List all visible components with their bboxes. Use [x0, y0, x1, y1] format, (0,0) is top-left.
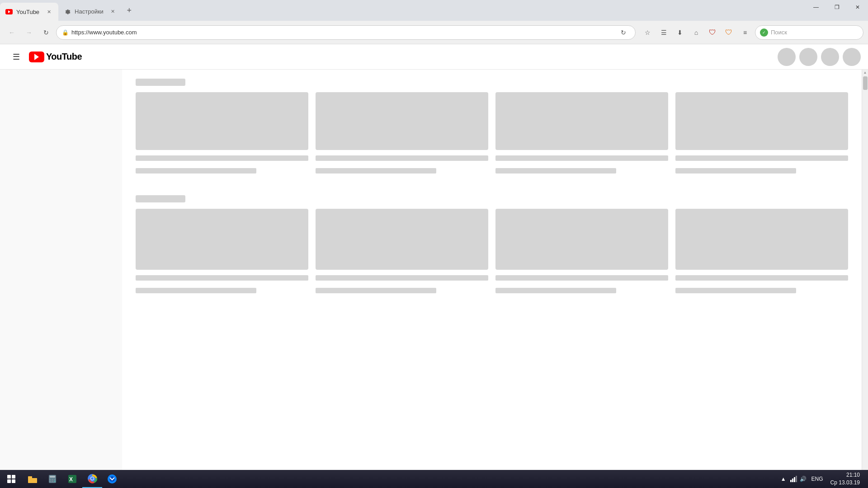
taskbar-app5[interactable]: [102, 470, 122, 488]
avatar-4[interactable]: [843, 48, 861, 66]
svg-text:X: X: [69, 476, 73, 483]
text-1b-3: [495, 168, 616, 174]
lock-icon: 🔒: [62, 29, 69, 36]
video-thumb-1-1[interactable]: [136, 92, 308, 150]
shield-red-icon[interactable]: 🛡: [705, 25, 720, 40]
text-row-grid-1a: [136, 155, 848, 161]
taskbar-right: ▲ 🔊 ENG 21:10 Ср 13.03.19: [779, 471, 868, 487]
video-thumb-2-1[interactable]: [136, 209, 308, 270]
clock-time: 21:10: [830, 471, 860, 479]
home-icon[interactable]: ⌂: [689, 25, 703, 40]
scroll-up-arrow[interactable]: ▲: [863, 70, 867, 75]
start-icon: [7, 475, 15, 483]
search-placeholder: Поиск: [771, 29, 787, 36]
tab-youtube-close[interactable]: ✕: [45, 8, 53, 16]
url-refresh-icon: ↻: [617, 26, 630, 39]
text-1b-1: [136, 168, 256, 174]
reader-icon[interactable]: ☰: [656, 25, 671, 40]
minimize-button[interactable]: —: [806, 0, 826, 14]
text-2a-1: [136, 275, 308, 281]
close-button[interactable]: ✕: [847, 0, 868, 14]
hamburger-menu-button[interactable]: ☰: [7, 48, 25, 66]
yt-sidebar: [0, 70, 122, 470]
video-thumb-1-2[interactable]: [316, 92, 488, 150]
section1-label-skeleton: [136, 79, 185, 86]
download-icon[interactable]: ⬇: [673, 25, 687, 40]
text-2b-1: [136, 288, 256, 293]
lang-badge[interactable]: ENG: [810, 476, 825, 482]
tab-youtube-label: YouTube: [16, 9, 39, 15]
video-thumb-2-3[interactable]: [495, 209, 668, 270]
svg-rect-3: [28, 478, 37, 483]
video-thumb-1-4[interactable]: [675, 92, 848, 150]
scroll-thumb[interactable]: [863, 76, 868, 90]
youtube-favicon-icon: [5, 8, 13, 15]
taskbar-excel[interactable]: X: [62, 470, 82, 488]
svg-point-6: [50, 479, 51, 480]
text-2a-3: [495, 275, 668, 281]
section-gap: [136, 177, 848, 195]
svg-rect-19: [790, 480, 792, 482]
forward-button[interactable]: →: [22, 25, 36, 40]
menu-icon[interactable]: ≡: [738, 25, 752, 40]
start-button[interactable]: [0, 470, 23, 488]
taskbar-chrome[interactable]: [82, 470, 102, 488]
video-thumb-2-2[interactable]: [316, 209, 488, 270]
text-1b-4: [675, 168, 796, 174]
url-bar[interactable]: 🔒 https://www.youtube.com ↻: [56, 25, 636, 40]
tray-volume-icon[interactable]: 🔊: [799, 474, 808, 483]
text-2b-3: [495, 288, 616, 293]
text-row-grid-2a: [136, 275, 848, 281]
yt-body: ▲: [0, 70, 868, 470]
svg-rect-5: [50, 476, 55, 478]
taskbar-calculator[interactable]: [42, 470, 62, 488]
yt-main: [122, 70, 862, 470]
svg-point-11: [54, 481, 56, 482]
url-text: https://www.youtube.com: [71, 29, 614, 36]
settings-favicon-icon: [64, 8, 71, 15]
tray-network-icon[interactable]: [789, 474, 798, 483]
clock[interactable]: 21:10 Ср 13.03.19: [827, 471, 863, 487]
new-tab-button[interactable]: +: [123, 4, 136, 17]
video-grid-2: [136, 209, 848, 270]
text-1b-2: [316, 168, 436, 174]
calculator-icon: [47, 474, 57, 484]
back-button[interactable]: ←: [5, 25, 19, 40]
text-1a-3: [495, 155, 668, 161]
text-row-grid-1b: [136, 168, 848, 174]
video-thumb-2-4[interactable]: [675, 209, 848, 270]
search-bar[interactable]: ✓ Поиск: [755, 25, 863, 40]
svg-point-10: [52, 481, 53, 482]
search-badge: ✓: [760, 28, 768, 37]
video-grid-1: [136, 92, 848, 150]
taskbar-file-explorer[interactable]: [23, 470, 42, 488]
text-1a-4: [675, 155, 848, 161]
clock-date: Ср 13.03.19: [830, 479, 860, 487]
scrollbar[interactable]: ▲: [862, 70, 868, 470]
avatar-3[interactable]: [821, 48, 839, 66]
shield-orange-icon[interactable]: 🛡: [722, 25, 736, 40]
tab-settings-label: Настройки: [75, 8, 104, 15]
maximize-button[interactable]: ❐: [826, 0, 847, 14]
avatar-2[interactable]: [799, 48, 817, 66]
avatar-1[interactable]: [778, 48, 796, 66]
toolbar-icons: ☆ ☰ ⬇ ⌂ 🛡 🛡 ≡: [640, 25, 752, 40]
bookmarks-icon[interactable]: ☆: [640, 25, 655, 40]
svg-point-18: [109, 476, 115, 482]
video-thumb-1-3[interactable]: [495, 92, 668, 150]
yt-header: ☰ YouTube: [0, 44, 868, 70]
svg-rect-22: [796, 476, 797, 482]
tray-arrow-icon[interactable]: ▲: [779, 474, 788, 483]
yt-logo[interactable]: YouTube: [29, 52, 82, 62]
tab-settings-close[interactable]: ✕: [109, 7, 117, 15]
excel-icon: X: [67, 474, 77, 484]
chrome-icon: [87, 474, 97, 483]
reload-button[interactable]: ↻: [39, 25, 53, 40]
tab-settings[interactable]: Настройки ✕: [58, 3, 123, 19]
tab-youtube[interactable]: YouTube ✕: [0, 3, 58, 21]
section2-label-skeleton: [136, 195, 185, 202]
yt-header-right: [778, 48, 861, 66]
addressbar: ← → ↻ 🔒 https://www.youtube.com ↻ ☆ ☰ ⬇ …: [0, 21, 868, 44]
text-1a-2: [316, 155, 488, 161]
text-row-grid-2b: [136, 288, 848, 293]
